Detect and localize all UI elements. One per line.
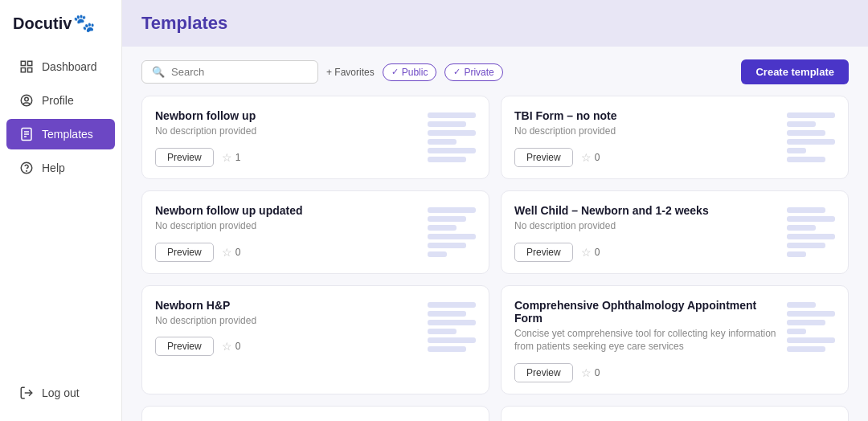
ill-line xyxy=(428,130,476,136)
preview-button[interactable]: Preview xyxy=(514,243,573,262)
star-icon: ☆ xyxy=(222,246,232,259)
card-title: TBI Form – no note xyxy=(514,109,777,122)
star-count: 1 xyxy=(235,152,241,163)
ill-line xyxy=(787,130,825,136)
star-icon: ☆ xyxy=(581,151,592,164)
templates-label: Templates xyxy=(42,128,93,141)
sidebar-item-profile[interactable]: Profile xyxy=(6,85,115,116)
svg-rect-0 xyxy=(21,61,25,65)
ill-line xyxy=(428,243,466,248)
template-card: Newborn H&P No description provided Prev… xyxy=(141,285,489,395)
ill-line xyxy=(428,311,466,317)
sidebar-item-templates[interactable]: Templates xyxy=(6,119,115,149)
svg-rect-3 xyxy=(28,68,32,72)
logo: Docutiv 🐾 xyxy=(0,0,121,50)
ill-line xyxy=(428,302,476,308)
star-icon: ☆ xyxy=(581,366,592,379)
ill-line xyxy=(787,337,835,343)
svg-rect-2 xyxy=(21,68,25,72)
filter-public-label: Public xyxy=(402,67,428,78)
page-header: Templates xyxy=(122,0,868,47)
star-area[interactable]: ☆ 0 xyxy=(581,246,600,259)
filter-private-tag[interactable]: ✓ Private xyxy=(444,63,502,81)
ill-line xyxy=(787,148,806,153)
star-area[interactable]: ☆ 0 xyxy=(581,366,600,379)
preview-button[interactable]: Preview xyxy=(155,337,214,356)
card-illustration xyxy=(428,204,476,262)
filter-public-tag[interactable]: ✓ Public xyxy=(383,63,437,81)
svg-rect-1 xyxy=(28,61,32,65)
app-logo-icon: 🐾 xyxy=(73,13,95,34)
star-icon: ☆ xyxy=(581,246,592,259)
card-title: Comprehensive Ophthalmology Appointment … xyxy=(514,299,777,325)
dashboard-label: Dashboard xyxy=(42,60,97,73)
preview-button[interactable]: Preview xyxy=(514,363,573,382)
logout-button[interactable]: Log out xyxy=(6,378,115,408)
ill-line xyxy=(787,121,816,127)
star-count: 0 xyxy=(235,247,241,258)
preview-button[interactable]: Preview xyxy=(155,243,214,262)
card-desc: No description provided xyxy=(155,314,418,328)
star-area[interactable]: ☆ 0 xyxy=(222,340,241,353)
card-desc: No description provided xyxy=(514,125,777,138)
card-actions: Preview ☆ 1 xyxy=(155,148,418,167)
card-body: Newborn follow up updated No description… xyxy=(155,204,418,262)
sidebar: Docutiv 🐾 Dashboard Profile Templates xyxy=(0,0,122,421)
ill-line xyxy=(787,225,816,231)
star-count: 0 xyxy=(595,367,600,378)
card-illustration xyxy=(428,299,476,383)
ill-line xyxy=(428,112,476,118)
sidebar-item-dashboard[interactable]: Dashboard xyxy=(6,51,115,82)
template-card: Comprehensive Ophthalmology Appointment … xyxy=(501,285,849,395)
card-actions: Preview ☆ 0 xyxy=(155,337,418,356)
ill-line xyxy=(428,320,476,325)
preview-button[interactable]: Preview xyxy=(155,148,214,167)
preview-button[interactable]: Preview xyxy=(514,148,573,167)
help-label: Help xyxy=(42,161,65,174)
star-area[interactable]: ☆ 0 xyxy=(222,246,241,259)
ill-line xyxy=(787,346,825,352)
card-title: Newborn follow up updated xyxy=(155,204,418,217)
ill-line xyxy=(428,139,457,145)
card-desc: No description provided xyxy=(155,219,418,233)
ill-line xyxy=(787,112,835,118)
template-card: Dental Care Survey Template Includes que… xyxy=(141,406,489,421)
ill-line xyxy=(787,157,825,162)
ill-line xyxy=(787,320,825,325)
search-input[interactable] xyxy=(171,66,308,78)
star-area[interactable]: ☆ 0 xyxy=(581,151,600,164)
check-icon-public: ✓ xyxy=(391,67,399,77)
page-title: Templates xyxy=(141,13,849,34)
ill-line xyxy=(787,311,835,317)
ill-line xyxy=(787,243,825,248)
star-count: 0 xyxy=(235,341,241,352)
ill-line xyxy=(428,225,457,231)
template-card: Well Child – Newborn and 1-2 weeks No de… xyxy=(501,190,849,274)
card-title: Newborn H&P xyxy=(155,299,418,312)
card-desc: No description provided xyxy=(514,219,777,233)
ill-line xyxy=(428,207,476,213)
template-card: Newborn follow up No description provide… xyxy=(141,96,489,179)
card-illustration xyxy=(787,299,835,383)
ill-line xyxy=(428,216,466,222)
ill-line xyxy=(787,234,835,239)
document-icon xyxy=(19,127,34,141)
sidebar-item-help[interactable]: Help xyxy=(6,153,115,183)
ill-line xyxy=(428,337,476,343)
create-template-button[interactable]: Create template xyxy=(741,59,849,84)
ill-line xyxy=(428,157,466,162)
filter-private-label: Private xyxy=(464,67,493,78)
favorites-label: + Favorites xyxy=(326,67,375,78)
check-icon-private: ✓ xyxy=(453,67,461,77)
ill-line xyxy=(787,207,825,213)
card-actions: Preview ☆ 0 xyxy=(514,243,777,262)
star-area[interactable]: ☆ 1 xyxy=(222,151,241,164)
template-card: Teeth health Preview ☆ 0 xyxy=(501,406,849,421)
ill-line xyxy=(787,251,806,257)
card-actions: Preview ☆ 0 xyxy=(514,148,777,167)
favorites-button[interactable]: + Favorites xyxy=(326,67,375,78)
template-card: Newborn follow up updated No description… xyxy=(141,190,489,274)
ill-line xyxy=(787,216,835,222)
card-title: Newborn follow up xyxy=(155,109,418,122)
ill-line xyxy=(428,121,466,127)
